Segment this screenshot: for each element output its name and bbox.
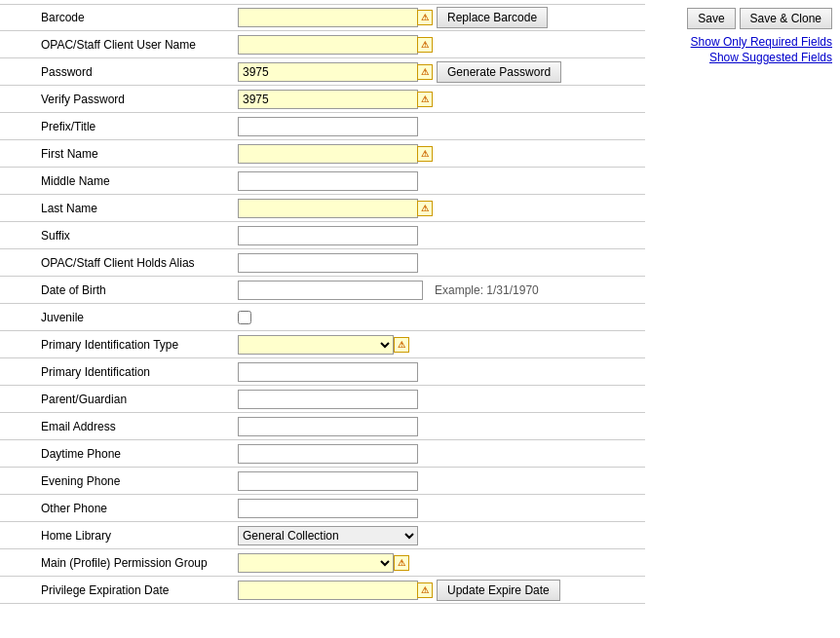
field-label: Home Library: [0, 526, 234, 545]
example-text: Example: 1/31/1970: [435, 283, 539, 297]
field-label: Suffix: [0, 226, 234, 245]
field-input-cell: [234, 497, 645, 520]
field-label: Prefix/Title: [0, 117, 234, 136]
table-row: OPAC/Staff Client Holds Alias: [0, 249, 645, 277]
field-input-cell: ⚠: [234, 142, 645, 166]
field-input-cell: [234, 469, 645, 493]
field-label: Daytime Phone: [0, 444, 234, 464]
text-input-first-name[interactable]: [238, 144, 418, 164]
field-label: Parent/Guardian: [0, 390, 234, 409]
show-suggested-link[interactable]: Show Suggested Fields: [709, 51, 832, 64]
select-input-primary-identification-type[interactable]: [238, 335, 394, 355]
field-label: Verify Password: [0, 90, 234, 109]
warning-icon: ⚠: [417, 64, 433, 80]
input-wrapper: [238, 226, 418, 245]
privilege-expiration-input[interactable]: [238, 581, 418, 600]
text-input-opac/staff-client-user-name[interactable]: [238, 35, 418, 55]
field-input-cell: ⚠: [234, 88, 645, 111]
input-wrapper: ⚠: [238, 90, 433, 109]
field-input-cell: [234, 309, 645, 326]
field-input-cell: ⚠: [234, 333, 645, 357]
sidebar: Save Save & Clone Show Only Required Fie…: [645, 0, 840, 638]
input-wrapper: [238, 117, 418, 136]
select-input-main-(profile)-permission-group[interactable]: [238, 553, 394, 573]
table-row: Parent/Guardian: [0, 386, 645, 413]
text-input-parent/guardian[interactable]: [238, 390, 418, 409]
field-label: Barcode: [0, 8, 234, 27]
table-row: Password⚠Generate Password: [0, 58, 645, 86]
field-input-cell: ⚠: [234, 551, 645, 575]
input-wrapper: [238, 253, 418, 273]
table-row: Main (Profile) Permission Group⚠: [0, 549, 645, 577]
select-wrapper: ⚠: [238, 553, 409, 573]
input-wrapper: [238, 171, 418, 191]
text-input-suffix[interactable]: [238, 226, 418, 245]
field-label: Last Name: [0, 199, 234, 218]
show-required-link[interactable]: Show Only Required Fields: [691, 35, 832, 49]
table-row: Suffix: [0, 222, 645, 249]
text-input-daytime-phone[interactable]: [238, 444, 418, 464]
field-input-cell: [234, 115, 645, 138]
text-input-verify-password[interactable]: [238, 90, 418, 109]
table-row: Email Address: [0, 413, 645, 440]
field-label: Primary Identification: [0, 362, 234, 382]
table-row: Privilege Expiration Date⚠Update Expire …: [0, 577, 645, 604]
input-wrapper: ⚠: [238, 62, 433, 82]
field-input-cell: [234, 388, 645, 411]
text-input-barcode[interactable]: [238, 8, 418, 27]
warning-icon: ⚠: [394, 337, 409, 353]
field-input-cell: [234, 251, 645, 275]
select-wrapper: ⚠: [238, 335, 409, 355]
warning-icon: ⚠: [417, 201, 433, 216]
text-input-other-phone[interactable]: [238, 499, 418, 518]
warning-icon: ⚠: [417, 92, 433, 107]
save-clone-button[interactable]: Save & Clone: [740, 8, 832, 29]
date-input[interactable]: [238, 281, 423, 300]
field-input-cell: [234, 442, 645, 466]
text-input-prefix/title[interactable]: [238, 117, 418, 136]
form-area: Barcode⚠Replace BarcodeOPAC/Staff Client…: [0, 0, 645, 638]
text-input-password[interactable]: [238, 62, 418, 82]
field-label: OPAC/Staff Client User Name: [0, 35, 234, 55]
extra-button[interactable]: Replace Barcode: [437, 7, 548, 28]
field-input-cell: [234, 169, 645, 193]
field-label: Privilege Expiration Date: [0, 581, 234, 600]
field-label: Date of Birth: [0, 281, 234, 300]
field-input-cell: ⚠Update Expire Date: [234, 578, 645, 603]
field-input-cell: ⚠Generate Password: [234, 59, 645, 85]
text-input-middle-name[interactable]: [238, 171, 418, 191]
text-input-email-address[interactable]: [238, 417, 418, 436]
table-row: Primary Identification: [0, 358, 645, 386]
table-row: Daytime Phone: [0, 440, 645, 468]
text-input-opac/staff-client-holds-alias[interactable]: [238, 253, 418, 273]
table-row: Evening Phone: [0, 468, 645, 495]
warning-icon: ⚠: [417, 10, 433, 25]
extra-button[interactable]: Generate Password: [437, 61, 561, 83]
input-wrapper: ⚠: [238, 199, 433, 218]
field-label: Password: [0, 62, 234, 82]
table-row: Home LibraryGeneral Collection: [0, 522, 645, 549]
input-wrapper: ⚠: [238, 581, 433, 600]
action-buttons: Save Save & Clone: [687, 8, 832, 29]
field-input-cell: [234, 224, 645, 247]
table-row: Verify Password⚠: [0, 86, 645, 113]
text-input-evening-phone[interactable]: [238, 471, 418, 491]
home-library-select[interactable]: General Collection: [238, 526, 418, 545]
table-row: Juvenile: [0, 304, 645, 331]
update-expire-date-button[interactable]: Update Expire Date: [437, 580, 560, 601]
field-label: Juvenile: [0, 308, 234, 327]
field-label: Main (Profile) Permission Group: [0, 553, 234, 573]
warning-icon: ⚠: [417, 146, 433, 162]
input-wrapper: [238, 390, 418, 409]
table-row: Middle Name: [0, 168, 645, 195]
warning-icon: ⚠: [417, 582, 433, 598]
text-input-last-name[interactable]: [238, 199, 418, 218]
field-input-cell: General Collection: [234, 524, 645, 547]
input-wrapper: ⚠: [238, 144, 433, 164]
juvenile-checkbox[interactable]: [238, 311, 251, 324]
field-input-cell: [234, 415, 645, 438]
text-input-primary-identification[interactable]: [238, 362, 418, 382]
field-label: OPAC/Staff Client Holds Alias: [0, 253, 234, 273]
save-button[interactable]: Save: [687, 8, 735, 29]
table-row: Barcode⚠Replace Barcode: [0, 4, 645, 31]
